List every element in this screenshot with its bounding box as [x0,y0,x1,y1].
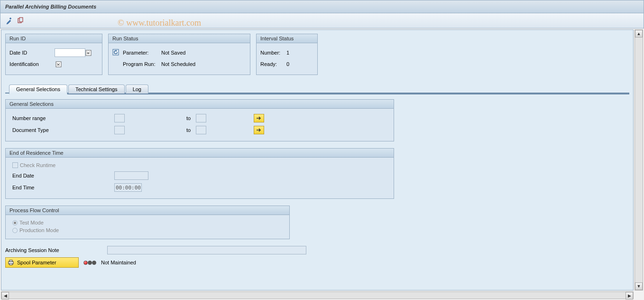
end-time-input[interactable] [114,183,142,192]
test-mode-label: Test Mode [19,220,44,225]
toolbar [0,13,644,28]
tabs: General Selections Technical Settings Lo… [9,84,629,94]
number-range-from-input[interactable] [114,114,125,122]
tab-general-selections[interactable]: General Selections [9,84,67,94]
svg-rect-1 [19,18,23,22]
tab-technical-settings[interactable]: Technical Settings [68,84,125,94]
end-residence-legend: End of Residence Time [6,149,394,158]
document-type-to-input[interactable] [196,126,206,134]
parameter-label: Parameter: [121,50,161,56]
run-status-group: Run Status Parameter: Not Saved Program … [108,34,250,75]
interval-status-legend: Interval Status [257,34,317,43]
number-label: Number: [260,50,286,56]
production-mode-label: Production Mode [19,227,59,233]
archiving-note-label: Archiving Session Note [5,247,107,253]
number-range-to-input[interactable] [196,114,206,122]
process-flow-legend: Process Flow Control [6,206,289,215]
end-time-label: End Time [12,185,114,190]
document-type-from-input[interactable] [114,126,125,134]
scroll-left-button[interactable]: ◀ [1,292,9,300]
copy-icon[interactable] [16,16,25,26]
number-value: 1 [286,50,289,56]
process-flow-group: Process Flow Control Test Mode Productio… [5,206,290,239]
tab-content: General Selections Number range to Docum… [5,93,629,268]
identification-label: Identification [9,61,55,67]
check-runtime-label: Check Runtime [20,162,55,168]
general-selections-legend: General Selections [6,100,394,109]
check-runtime-checkbox[interactable] [12,162,18,168]
scroll-up-button[interactable]: ▲ [635,30,643,38]
end-date-input[interactable] [114,171,148,180]
traffic-light-icon [83,261,96,265]
horizontal-scrollbar[interactable]: ◀ ▶ [1,291,634,299]
spool-parameter-button[interactable]: Spool Parameter [5,257,79,268]
test-mode-radio[interactable] [12,220,18,225]
multiple-selection-button[interactable] [254,114,264,122]
page-title: Parallel Archiving Billing Documents [5,4,96,9]
end-residence-group: End of Residence Time Check Runtime End … [5,148,394,199]
ready-value: 0 [286,61,289,67]
archiving-note-input[interactable] [107,246,306,254]
end-date-label: End Date [12,173,114,178]
production-mode-radio[interactable] [12,228,18,233]
multiple-selection-button[interactable] [254,126,264,134]
title-bar: Parallel Archiving Billing Documents [0,0,644,13]
content-area: Run ID Date ID Identification [1,29,634,291]
program-run-label: Program Run: [121,61,161,67]
to-label: to [125,127,196,133]
program-run-value: Not Scheduled [161,61,195,67]
general-selections-group: General Selections Number range to Docum… [5,99,394,141]
run-id-group: Run ID Date ID Identification [5,34,102,75]
matchcode-icon[interactable] [55,60,62,68]
svg-rect-7 [9,263,12,265]
parameter-value: Not Saved [161,50,185,56]
scroll-down-button[interactable]: ▼ [635,282,643,290]
matchcode-icon[interactable] [84,49,92,56]
ready-label: Ready: [260,61,286,67]
spool-button-label: Spool Parameter [17,260,56,265]
wrench-icon[interactable] [4,16,14,26]
date-id-label: Date ID [9,50,55,56]
tab-log[interactable]: Log [126,84,148,94]
spool-status-label: Not Maintained [101,260,136,265]
printer-icon [8,259,14,266]
date-id-input[interactable] [55,48,85,57]
document-type-label: Document Type [12,127,114,133]
run-status-legend: Run Status [109,34,250,43]
svg-rect-6 [9,260,12,262]
interval-status-group: Interval Status Number: 1 Ready: 0 [256,34,318,75]
run-id-legend: Run ID [6,34,102,43]
scroll-right-button[interactable]: ▶ [626,292,633,300]
info-row: Run ID Date ID Identification [5,34,629,75]
refresh-icon[interactable] [112,49,121,56]
to-label: to [125,115,196,121]
vertical-scrollbar[interactable]: ▲ ▼ [635,29,643,291]
number-range-label: Number range [12,115,114,121]
